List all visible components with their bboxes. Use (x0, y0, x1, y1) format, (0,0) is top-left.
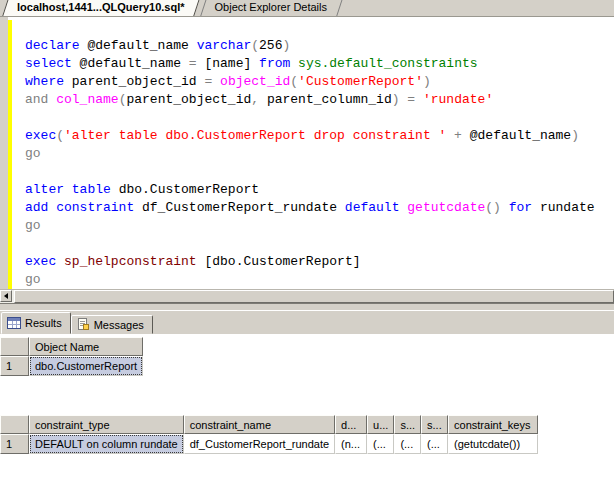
grid-cell[interactable]: (... (394, 434, 421, 454)
code-line: add constraint df_CustomerReport_rundate… (25, 199, 614, 217)
grid-cell[interactable]: DEFAULT on column rundate (29, 434, 184, 454)
row-header[interactable]: 1 (0, 434, 29, 454)
tab-results[interactable]: Results (1, 312, 71, 334)
code-line: select @default_name = [name] from sys.d… (25, 55, 614, 73)
code-line: where parent_object_id = object_id('Cust… (25, 73, 614, 91)
tab-results-label: Results (25, 317, 62, 329)
tab-sql-query-label: localhost,1441...QLQuery10.sql* (17, 1, 185, 13)
scroll-left-button[interactable] (0, 290, 12, 302)
code-line (25, 163, 614, 181)
result-grid-constraints: constraint_typeconstraint_named...u...s.… (0, 415, 538, 454)
code-line: declare @default_name varchar(256) (25, 37, 614, 55)
row-header[interactable]: 1 (0, 356, 29, 376)
code-line (25, 235, 614, 253)
grid-corner-cell[interactable] (0, 337, 29, 356)
sql-code[interactable]: declare @default_name varchar(256)select… (25, 37, 614, 289)
column-header[interactable]: d... (335, 415, 367, 434)
code-line: exec sp_helpconstraint [dbo.CustomerRepo… (25, 253, 614, 271)
column-header[interactable]: Object Name (29, 337, 143, 356)
ssms-window: localhost,1441...QLQuery10.sql* Object E… (0, 0, 614, 490)
column-header[interactable]: constraint_type (29, 415, 184, 434)
column-header[interactable]: constraint_name (184, 415, 335, 434)
tab-messages-label: Messages (94, 319, 144, 331)
code-line: exec('alter table dbo.CustomerReport dro… (25, 127, 614, 145)
editor-hscrollbar[interactable] (0, 289, 614, 303)
pane-splitter[interactable] (0, 303, 614, 311)
column-header[interactable]: s... (421, 415, 448, 434)
grid-cell[interactable]: (... (367, 434, 394, 454)
grid-cell[interactable]: (getutcdate()) (448, 434, 538, 454)
code-line: go (25, 271, 614, 289)
code-line: go (25, 145, 614, 163)
left-arrow-icon (4, 293, 8, 299)
grid-cell[interactable]: df_CustomerReport_rundate (184, 434, 335, 454)
result-grid-objects: Object Name1dbo.CustomerReport (0, 337, 143, 376)
document-tab-strip: localhost,1441...QLQuery10.sql* Object E… (0, 0, 614, 17)
column-header[interactable]: constraint_keys (448, 415, 538, 434)
tab-messages[interactable]: Messages (71, 315, 153, 334)
tab-object-explorer-details-label: Object Explorer Details (215, 1, 328, 13)
indicator-margin (0, 17, 8, 289)
hscrollbar-thumb[interactable] (14, 290, 614, 303)
code-line (25, 109, 614, 127)
table-row: 1dbo.CustomerReport (0, 356, 143, 376)
code-line: go (25, 217, 614, 235)
tab-sql-query[interactable]: localhost,1441...QLQuery10.sql* (1, 0, 199, 16)
grid-cell[interactable]: (... (421, 434, 448, 454)
messages-icon (77, 318, 90, 331)
grid-cell[interactable]: dbo.CustomerReport (29, 356, 143, 376)
results-grid-icon (7, 317, 21, 329)
code-line: and col_name(parent_object_id, parent_co… (25, 91, 614, 109)
column-header[interactable]: u... (367, 415, 394, 434)
grid-corner-cell[interactable] (0, 415, 29, 434)
grid-cell[interactable]: (n... (335, 434, 367, 454)
results-tab-strip: Results Messages (0, 311, 614, 334)
sql-editor[interactable]: declare @default_name varchar(256)select… (0, 17, 614, 289)
table-row: 1DEFAULT on column rundatedf_CustomerRep… (0, 434, 538, 454)
tab-object-explorer-details[interactable]: Object Explorer Details (199, 0, 342, 16)
column-header[interactable]: s... (394, 415, 421, 434)
change-tracking-bar (8, 20, 12, 289)
code-line: alter table dbo.CustomerReport (25, 181, 614, 199)
results-area: Object Name1dbo.CustomerReport constrain… (0, 334, 614, 490)
